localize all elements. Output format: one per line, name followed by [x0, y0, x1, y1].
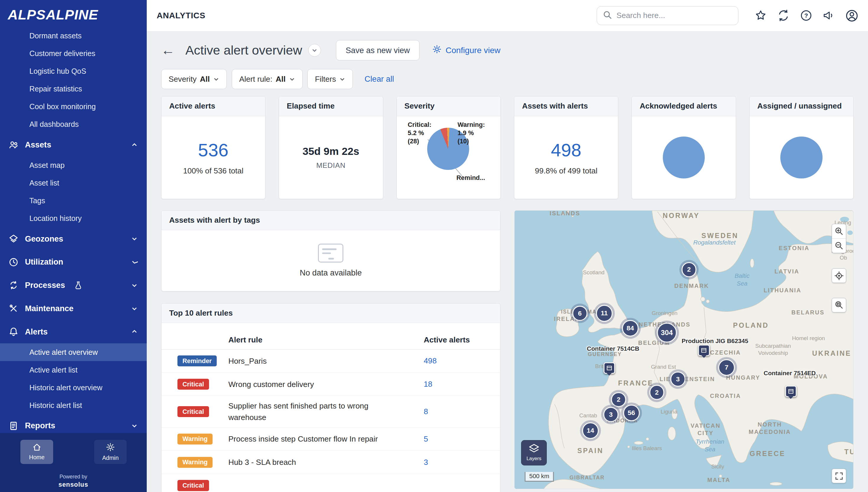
chevron-down-icon	[339, 76, 346, 82]
back-arrow-icon[interactable]: ←	[161, 43, 175, 57]
map-cluster-marker[interactable]: 7	[718, 359, 735, 376]
alert-rule-filter[interactable]: Alert rule:All	[232, 69, 303, 89]
sidebar-item-location-history[interactable]: Location history	[0, 210, 147, 227]
chevron-down-icon	[131, 259, 138, 266]
table-row[interactable]: Warning Hub 3 - SLA breach 3	[162, 451, 500, 474]
layers-button[interactable]: Layers	[521, 440, 546, 465]
acknowledged-donut-chart[interactable]	[663, 137, 705, 179]
sidebar-section-maintenance[interactable]: Maintenance	[0, 297, 147, 320]
map-cluster-marker[interactable]: 3	[671, 372, 685, 387]
sidebar-section-utilization[interactable]: Utilization	[0, 250, 147, 274]
sidebar-item-historic-alert-overview[interactable]: Historic alert overview	[0, 379, 147, 396]
section-label: Utilization	[25, 257, 63, 267]
clear-all-link[interactable]: Clear all	[365, 74, 394, 84]
map-cluster-marker[interactable]: 6	[572, 306, 588, 321]
sidebar-section-processes[interactable]: Processes	[0, 274, 147, 297]
zoom-in-button[interactable]	[832, 224, 846, 239]
fullscreen-button[interactable]	[832, 469, 846, 483]
table-row[interactable]: Critical	[162, 474, 500, 492]
acknowledged-alerts-card: Acknowledged alerts	[632, 96, 736, 199]
filters-button[interactable]: Filters	[307, 69, 353, 89]
rule-count-link[interactable]: 5	[424, 435, 489, 444]
table-row[interactable]: Reminder Hors_Paris 498	[162, 349, 500, 373]
star-icon[interactable]	[754, 9, 767, 22]
pie-label-warning: Warning: 1.9 % (10)	[458, 121, 485, 145]
card-title: Top 10 alert rules	[162, 303, 500, 323]
sidebar-item-repair-statistics[interactable]: Repair statistics	[0, 80, 147, 98]
card-title: Acknowledged alerts	[632, 96, 735, 116]
help-icon[interactable]: ?	[799, 9, 813, 22]
map-cluster-marker[interactable]: 3	[604, 407, 618, 422]
severity-badge: Warning	[178, 434, 213, 444]
sidebar-item-asset-map[interactable]: Asset map	[0, 156, 147, 174]
severity-filter[interactable]: SeverityAll	[161, 69, 227, 89]
rule-count-link[interactable]: 8	[424, 407, 489, 416]
rule-name: Supplier has sent finished parts to wron…	[229, 400, 424, 423]
table-row[interactable]: Warning Process inside step Customer flo…	[162, 428, 500, 451]
view-dropdown-button[interactable]	[308, 44, 321, 57]
rule-count-link[interactable]: 18	[424, 379, 489, 389]
map-zoom-control	[832, 224, 846, 253]
map-cluster-marker[interactable]: 84	[622, 320, 639, 337]
sidebar-item-logistic-hub-qos[interactable]: Logistic hub QoS	[0, 63, 147, 80]
sidebar: ALPSALPINE Dormant assets Customer deliv…	[0, 0, 147, 492]
admin-button[interactable]: Admin	[94, 440, 127, 464]
sidebar-section-assets[interactable]: Assets	[0, 133, 147, 157]
sidebar-section-alerts[interactable]: Alerts	[0, 320, 147, 343]
map-cluster-marker[interactable]: 2	[611, 392, 626, 407]
severity-badge: Critical	[178, 406, 209, 417]
map-cluster-marker[interactable]: 14	[582, 422, 599, 439]
search-input[interactable]	[616, 11, 733, 20]
chevron-up-icon	[131, 142, 138, 148]
severity-badge: Critical	[178, 480, 209, 491]
rule-count-link[interactable]: 3	[424, 458, 489, 467]
app-window: ALPSALPINE Dormant assets Customer deliv…	[0, 0, 868, 492]
locate-button[interactable]	[832, 268, 846, 283]
home-label: Home	[29, 454, 44, 461]
sidebar-item-tags[interactable]: Tags	[0, 192, 147, 210]
elapsed-time-value: 35d 9m 22s	[303, 145, 359, 157]
chevron-down-icon	[131, 282, 138, 289]
sidebar-item-customer-deliveries[interactable]: Customer deliveries	[0, 45, 147, 63]
severity-card: Severity Critical: 5.2 % (28) Warning: 1…	[397, 96, 501, 199]
sidebar-section-geozones[interactable]: Geozones	[0, 227, 147, 250]
chevron-up-icon	[131, 328, 138, 335]
utilization-clock-icon	[8, 257, 19, 267]
home-button[interactable]: Home	[20, 440, 53, 464]
empty-state-icon	[318, 244, 343, 263]
rule-count-link[interactable]: 498	[424, 356, 489, 366]
rule-name: Hub 3 - SLA breach	[229, 457, 424, 468]
sidebar-item-historic-alert-list[interactable]: Historic alert list	[0, 396, 147, 414]
map-cluster-marker[interactable]: 2	[681, 262, 697, 277]
assigned-donut-chart[interactable]	[780, 137, 823, 179]
sidebar-item-active-alert-list[interactable]: Active alert list	[0, 361, 147, 379]
refresh-icon[interactable]	[777, 9, 790, 22]
sidebar-item-cool-box-monitoring[interactable]: Cool box monitoring	[0, 98, 147, 116]
map-cluster-marker[interactable]: 304	[657, 323, 677, 343]
chevron-down-icon	[289, 76, 295, 82]
map-cluster-marker[interactable]: 11	[596, 305, 613, 321]
table-row[interactable]: Critical Wrong customer delivery 18	[162, 373, 500, 396]
sidebar-item-all-dashboards[interactable]: All dashboards	[0, 116, 147, 133]
save-as-new-view-button[interactable]: Save as new view	[336, 40, 420, 60]
pie-label-critical: Critical: 5.2 % (28)	[408, 121, 436, 145]
profile-icon[interactable]	[845, 8, 859, 23]
top-alert-rules-card: Top 10 alert rules Alert rule Active ale…	[161, 303, 500, 492]
map-cluster-marker[interactable]: 56	[623, 405, 639, 421]
admin-label: Admin	[102, 454, 119, 461]
configure-view-link[interactable]: Configure view	[432, 45, 500, 56]
sidebar-item-dormant-assets[interactable]: Dormant assets	[0, 27, 147, 45]
map[interactable]: ISLANDSNORWAYSWEDENESTONIALATVIALITHUANI…	[514, 210, 853, 489]
chevron-down-icon	[131, 305, 138, 312]
announce-icon[interactable]	[822, 9, 835, 22]
zoom-out-button[interactable]	[832, 238, 846, 253]
sidebar-item-active-alert-overview[interactable]: Active alert overview	[0, 343, 147, 361]
app-title: ANALYTICS	[157, 11, 206, 20]
sidebar-item-asset-list[interactable]: Asset list	[0, 174, 147, 192]
table-row[interactable]: Critical Supplier has sent finished part…	[162, 396, 500, 427]
map-cluster-marker[interactable]: 2	[649, 385, 664, 400]
sidebar-nav: Dormant assets Customer deliveries Logis…	[0, 27, 147, 438]
box-zoom-button[interactable]	[832, 298, 846, 312]
search-icon	[603, 10, 612, 22]
global-search[interactable]	[597, 6, 738, 25]
